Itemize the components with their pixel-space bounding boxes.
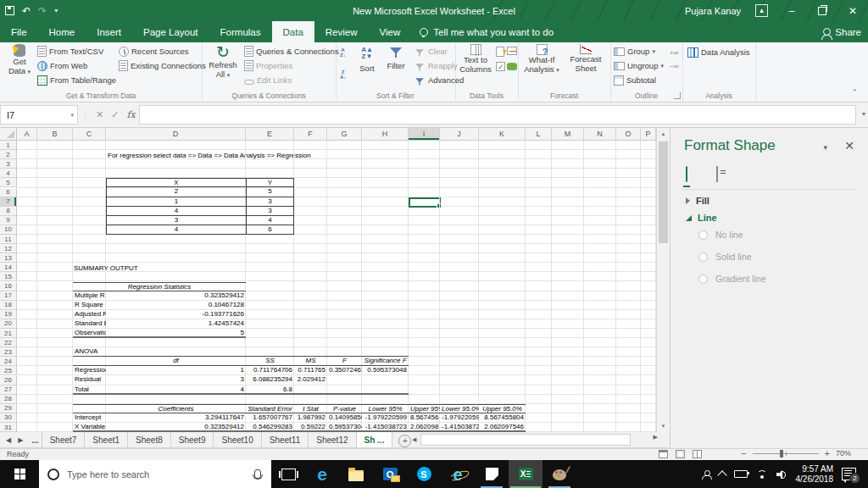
page-layout-view-icon[interactable] (676, 450, 685, 458)
cell[interactable]: Upper 95% (409, 405, 440, 413)
column-header-I[interactable]: I (409, 128, 440, 141)
sheet-tab-sheet9[interactable]: Sheet9 (171, 432, 214, 447)
taskbar-search[interactable]: Type here to search (39, 460, 271, 488)
cell[interactable] (362, 375, 409, 385)
what-if-analysis-button[interactable]: What-If Analysis ▾ (523, 44, 560, 75)
hide-detail-button[interactable]: −═ (670, 61, 678, 72)
horizontal-scrollbar[interactable]: ◀ (412, 434, 641, 446)
from-web-button[interactable]: From Web (37, 60, 87, 71)
row-header-11[interactable]: 11 (0, 235, 17, 244)
panel-menu-icon[interactable]: ▾ (823, 143, 827, 152)
cell[interactable]: -0.193771626 (106, 310, 246, 319)
get-data-button[interactable]: Get Data ▾ (5, 44, 34, 76)
column-header-E[interactable]: E (246, 128, 294, 141)
wifi-icon[interactable] (756, 470, 768, 479)
collapse-ribbon-icon[interactable]: ⌃ (851, 88, 858, 97)
cell[interactable]: Residual (73, 375, 106, 385)
column-header-M[interactable]: M (552, 128, 584, 141)
cell[interactable]: 2 (106, 187, 246, 196)
row-header-19[interactable]: 19 (0, 310, 17, 319)
row-header-8[interactable]: 8 (0, 207, 17, 216)
cell[interactable]: 2.062098 (409, 423, 440, 430)
cell[interactable]: 3 (246, 197, 294, 206)
clock[interactable]: 9:57 AM 4/26/2018 (796, 464, 834, 485)
row-header-30[interactable]: 30 (0, 413, 17, 423)
cell[interactable]: ANOVA (73, 347, 409, 356)
internet-explorer-button[interactable]: e (441, 460, 475, 488)
speaker-icon[interactable] (776, 470, 787, 479)
fill-section-header[interactable]: Fill (686, 196, 709, 206)
subtotal-button[interactable]: Subtotal (614, 75, 656, 86)
solid-line-option[interactable]: Solid line (698, 252, 752, 262)
show-detail-button[interactable]: +═ (670, 47, 678, 58)
cell[interactable]: 2.062097546 (479, 423, 526, 430)
cell[interactable]: 3 (246, 207, 294, 215)
cell[interactable]: X Variable (73, 423, 106, 430)
cell[interactable]: 0.10467128 (106, 301, 246, 310)
cell[interactable]: R Square (73, 301, 106, 310)
row-header-27[interactable]: 27 (0, 385, 17, 395)
zoom-level[interactable]: 70% (836, 449, 851, 458)
column-header-K[interactable]: K (479, 128, 526, 141)
tab-review[interactable]: Review (314, 21, 369, 42)
cell[interactable]: Multiple R (73, 291, 106, 301)
row-header-25[interactable]: 25 (0, 366, 17, 375)
tab-insert[interactable]: Insert (86, 21, 132, 42)
cell[interactable]: 4 (106, 385, 246, 393)
cell[interactable]: 6.8 (246, 385, 294, 393)
next-sheet-icon[interactable]: ▶ (18, 436, 23, 444)
gradient-line-option[interactable]: Gradient line (698, 274, 766, 284)
remove-duplicates-button[interactable] (507, 47, 517, 55)
people-icon[interactable] (702, 470, 710, 479)
cell[interactable]: 1.42457424 (106, 319, 246, 329)
start-button[interactable] (0, 460, 39, 488)
cell[interactable] (362, 385, 409, 393)
group-button[interactable]: Group▾ (614, 46, 655, 57)
properties-button[interactable]: Properties (244, 60, 292, 71)
hidden-icons-chevron[interactable] (717, 470, 726, 480)
excel-taskbar-button[interactable]: X (509, 460, 542, 488)
column-header-P[interactable]: P (641, 128, 656, 141)
cell[interactable]: F (327, 357, 362, 365)
cell[interactable]: 6.088235294 (246, 375, 294, 385)
share-button[interactable]: Share (823, 21, 861, 42)
cells-area[interactable]: For regression select data => Data => Da… (17, 141, 656, 432)
size-properties-category-icon[interactable] (716, 167, 718, 182)
cell[interactable]: 4 (246, 216, 294, 225)
refresh-all-button[interactable]: ↻ Refresh All ▾ (207, 44, 239, 80)
skype-button[interactable]: S (407, 460, 441, 488)
tab-data[interactable]: Data (272, 21, 314, 42)
cell[interactable]: 1 (106, 197, 246, 206)
cell[interactable]: -1.415038723 (362, 423, 409, 430)
cell[interactable]: 3 (106, 216, 246, 225)
cell[interactable]: 0.595373048 (362, 366, 409, 375)
cell[interactable]: Regression Statistics (73, 283, 246, 291)
redo-icon[interactable]: ↷ (38, 6, 47, 16)
cell[interactable]: 0.140958504 (327, 413, 362, 423)
cell[interactable]: Significance F (362, 357, 409, 365)
customize-quick-access-icon[interactable]: ▾ (54, 7, 58, 14)
insert-function-icon[interactable]: fx (126, 109, 135, 120)
cell[interactable]: 0.323529412 (106, 291, 246, 301)
cell[interactable] (73, 405, 106, 413)
cell[interactable]: P-value (327, 405, 362, 413)
zoom-out-icon[interactable]: − (741, 449, 746, 458)
cell[interactable]: Observations (73, 329, 106, 336)
row-header-2[interactable]: 2 (0, 150, 17, 159)
column-header-J[interactable]: J (440, 128, 479, 141)
ungroup-button[interactable]: Ungroup▾ (614, 60, 664, 71)
selected-cell-I7[interactable] (409, 197, 441, 208)
row-header-9[interactable]: 9 (0, 216, 17, 225)
cell[interactable]: 0.711765 (294, 366, 327, 375)
microphone-icon[interactable] (254, 469, 261, 479)
cell[interactable] (73, 357, 106, 365)
cell[interactable]: Standard Error (246, 405, 294, 413)
cell[interactable]: 5 (246, 187, 294, 196)
column-header-C[interactable]: C (73, 128, 106, 141)
cell[interactable]: Lower 95% (362, 405, 409, 413)
cell[interactable]: 3 (106, 375, 246, 385)
summary-output-label[interactable]: SUMMARY OUTPUT (74, 263, 138, 273)
battery-icon[interactable] (734, 470, 748, 478)
cancel-formula-icon[interactable]: ✕ (96, 109, 103, 120)
scroll-up-icon[interactable]: ▲ (657, 128, 670, 140)
